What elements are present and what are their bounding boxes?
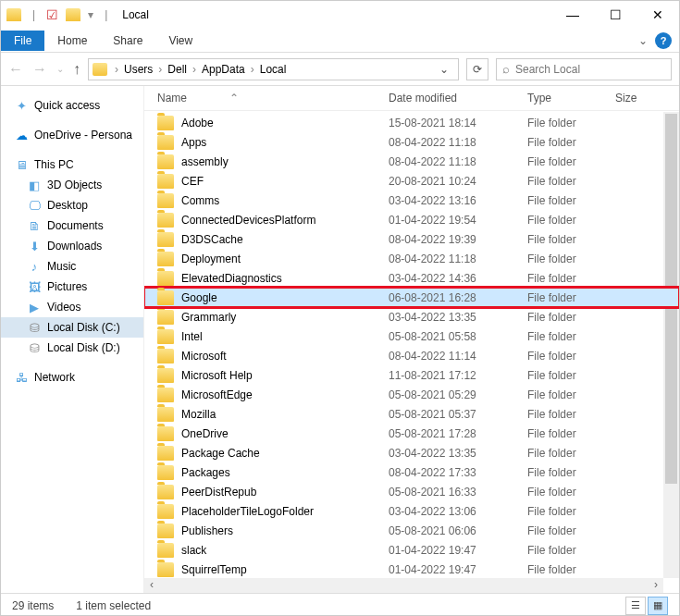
sidebar-item-downloads[interactable]: ⬇Downloads [1,236,143,256]
file-tab[interactable]: File [1,31,44,51]
breadcrumb-item[interactable]: Local [256,63,291,76]
file-row[interactable]: Comms03-04-2022 13:16File folder [144,191,679,210]
breadcrumb-item[interactable]: AppData [198,63,249,76]
chevron-right-icon[interactable]: › [191,63,198,76]
file-name: Apps [181,136,389,149]
folder-icon [157,524,174,538]
file-row[interactable]: MicrosoftEdge05-08-2021 05:29File folder [144,385,679,404]
item-count: 29 items [12,599,54,612]
horizontal-scrollbar[interactable]: ‹› [144,578,663,593]
address-dropdown-icon[interactable]: ⌄ [434,63,454,76]
file-row[interactable]: ElevatedDiagnostics03-04-2022 14:36File … [144,268,679,288]
scroll-right-icon[interactable]: › [649,578,663,593]
file-date: 03-04-2022 13:16 [389,194,527,207]
file-date: 06-08-2021 16:28 [389,291,527,304]
breadcrumb-item[interactable]: Dell [164,63,191,76]
sidebar-item-pictures[interactable]: 🖼Pictures [1,277,143,297]
file-row[interactable]: Deployment08-04-2022 11:18File folder [144,249,679,268]
file-type: File folder [527,427,615,440]
sidebar-item-desktop[interactable]: 🖵Desktop [1,195,143,216]
file-date: 08-04-2022 17:33 [389,466,527,479]
file-row[interactable]: Microsoft08-04-2022 11:14File folder [144,346,679,365]
window-controls: — ☐ ✕ [551,1,679,29]
sidebar-item-3d-objects[interactable]: ◧3D Objects [1,175,143,195]
file-row[interactable]: Microsoft Help11-08-2021 17:12File folde… [144,365,679,385]
folder-icon [157,504,174,519]
share-tab[interactable]: Share [100,31,155,51]
separator: | [105,8,107,21]
sidebar-item-this-pc[interactable]: 🖥This PC [1,154,143,175]
navigation-pane: ✦Quick access ☁OneDrive - Persona 🖥This … [1,86,144,593]
folder-icon [157,407,174,422]
file-row[interactable]: Publishers05-08-2021 06:06File folder [144,521,679,540]
file-type: File folder [527,233,615,246]
sidebar-item-quick-access[interactable]: ✦Quick access [1,95,143,116]
folder-icon [157,465,174,480]
disk-icon: ⛁ [27,340,42,355]
column-header-name[interactable]: Name⌃ [157,92,389,105]
file-row[interactable]: ConnectedDevicesPlatform01-04-2022 19:54… [144,210,679,229]
chevron-right-icon[interactable]: › [113,63,120,76]
file-row[interactable]: SquirrelTemp01-04-2022 19:47File folder [144,560,679,579]
sidebar-item-music[interactable]: ♪Music [1,256,143,277]
recent-dropdown[interactable]: ⌄ [56,64,64,74]
file-name: Mozilla [181,408,389,421]
check-icon[interactable]: ☑ [46,7,58,22]
file-row[interactable]: OneDrive05-08-2021 17:28File folder [144,424,679,443]
file-row[interactable]: Package Cache03-04-2022 13:35File folder [144,443,679,462]
home-tab[interactable]: Home [44,31,100,51]
sidebar-item-local-disk-d[interactable]: ⛁Local Disk (D:) [1,338,143,358]
separator: | [32,8,35,21]
expand-ribbon-icon[interactable]: ⌄ [631,34,655,47]
search-input[interactable]: ⌕ Search Local [496,58,672,80]
scroll-left-icon[interactable]: ‹ [144,578,159,593]
file-row[interactable]: Adobe15-08-2021 18:14File folder [144,113,679,132]
breadcrumb-item[interactable]: Users [120,63,156,76]
file-row[interactable]: slack01-04-2022 19:47File folder [144,540,679,560]
file-row[interactable]: PlaceholderTileLogoFolder03-04-2022 13:0… [144,501,679,521]
minimize-button[interactable]: — [551,1,594,29]
file-row[interactable]: Mozilla05-08-2021 05:37File folder [144,404,679,424]
chevron-right-icon[interactable]: › [156,63,164,76]
back-button[interactable]: ← [8,61,23,78]
sidebar-item-documents[interactable]: 🗎Documents [1,216,143,236]
dropdown-icon[interactable]: ▾ [88,8,93,21]
sidebar-item-videos[interactable]: ▶Videos [1,297,143,317]
file-row[interactable]: PeerDistRepub05-08-2021 16:33File folder [144,482,679,501]
file-type: File folder [527,253,615,265]
maximize-button[interactable]: ☐ [594,1,637,29]
file-row[interactable]: CEF20-08-2021 10:24File folder [144,171,679,191]
view-tab[interactable]: View [155,31,205,51]
column-header-date[interactable]: Date modified [389,92,527,105]
forward-button[interactable]: → [32,61,47,78]
file-type: File folder [527,505,615,518]
file-row[interactable]: Google06-08-2021 16:28File folder [144,288,679,307]
sidebar-item-local-disk-c[interactable]: ⛁Local Disk (C:) [1,317,143,338]
file-date: 11-08-2021 17:12 [389,369,527,382]
refresh-button[interactable]: ⟳ [466,58,488,80]
sort-icon: ⌃ [229,92,239,105]
close-button[interactable]: ✕ [637,1,679,29]
help-icon[interactable]: ? [655,32,672,49]
address-bar[interactable]: › Users › Dell › AppData › Local ⌄ [88,58,459,80]
disk-icon: ⛁ [27,320,42,335]
file-type: File folder [527,155,615,168]
column-header-type[interactable]: Type [527,92,615,105]
file-row[interactable]: assembly08-04-2022 11:18File folder [144,152,679,171]
sidebar-item-network[interactable]: 🖧Network [1,367,143,388]
file-row[interactable]: Packages08-04-2022 17:33File folder [144,462,679,482]
documents-icon: 🗎 [27,218,42,233]
vertical-scrollbar[interactable] [663,112,679,578]
sidebar-item-onedrive[interactable]: ☁OneDrive - Persona [1,125,143,145]
details-view-button[interactable]: ☰ [625,597,646,615]
file-row[interactable]: Grammarly03-04-2022 13:35File folder [144,307,679,326]
up-button[interactable]: ↑ [73,61,80,78]
file-row[interactable]: D3DSCache08-04-2022 19:39File folder [144,229,679,249]
file-row[interactable]: Apps08-04-2022 11:18File folder [144,132,679,152]
chevron-right-icon[interactable]: › [249,63,256,76]
column-header-size[interactable]: Size [615,92,643,105]
icons-view-button[interactable]: ▦ [648,597,668,615]
file-date: 05-08-2021 05:29 [389,388,527,401]
file-type: File folder [527,486,615,499]
file-row[interactable]: Intel05-08-2021 05:58File folder [144,326,679,346]
